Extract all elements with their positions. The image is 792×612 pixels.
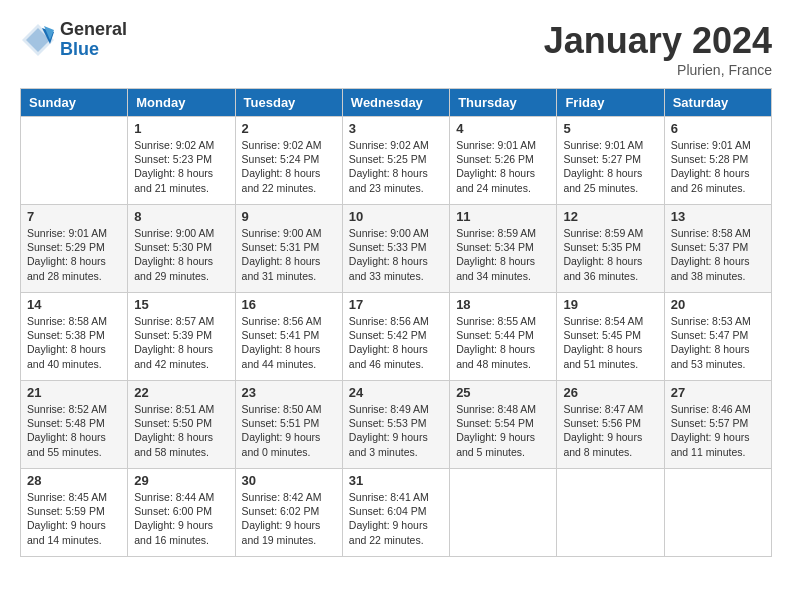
day-number: 10: [349, 209, 443, 224]
day-number: 18: [456, 297, 550, 312]
day-header: Tuesday: [235, 89, 342, 117]
calendar-cell: [557, 469, 664, 557]
day-number: 21: [27, 385, 121, 400]
calendar-cell: 22Sunrise: 8:51 AMSunset: 5:50 PMDayligh…: [128, 381, 235, 469]
day-info: Sunrise: 9:02 AMSunset: 5:23 PMDaylight:…: [134, 138, 228, 195]
day-info: Sunrise: 8:54 AMSunset: 5:45 PMDaylight:…: [563, 314, 657, 371]
day-info: Sunrise: 9:02 AMSunset: 5:25 PMDaylight:…: [349, 138, 443, 195]
day-number: 20: [671, 297, 765, 312]
calendar-cell: 5Sunrise: 9:01 AMSunset: 5:27 PMDaylight…: [557, 117, 664, 205]
day-number: 22: [134, 385, 228, 400]
day-info: Sunrise: 8:59 AMSunset: 5:35 PMDaylight:…: [563, 226, 657, 283]
day-number: 3: [349, 121, 443, 136]
calendar-week-row: 21Sunrise: 8:52 AMSunset: 5:48 PMDayligh…: [21, 381, 772, 469]
calendar-cell: 3Sunrise: 9:02 AMSunset: 5:25 PMDaylight…: [342, 117, 449, 205]
calendar-week-row: 1Sunrise: 9:02 AMSunset: 5:23 PMDaylight…: [21, 117, 772, 205]
day-header: Monday: [128, 89, 235, 117]
calendar-cell: 1Sunrise: 9:02 AMSunset: 5:23 PMDaylight…: [128, 117, 235, 205]
calendar-cell: 14Sunrise: 8:58 AMSunset: 5:38 PMDayligh…: [21, 293, 128, 381]
day-number: 12: [563, 209, 657, 224]
calendar-cell: [664, 469, 771, 557]
day-info: Sunrise: 8:45 AMSunset: 5:59 PMDaylight:…: [27, 490, 121, 547]
day-info: Sunrise: 8:52 AMSunset: 5:48 PMDaylight:…: [27, 402, 121, 459]
calendar-cell: 4Sunrise: 9:01 AMSunset: 5:26 PMDaylight…: [450, 117, 557, 205]
calendar-cell: 10Sunrise: 9:00 AMSunset: 5:33 PMDayligh…: [342, 205, 449, 293]
calendar-cell: 26Sunrise: 8:47 AMSunset: 5:56 PMDayligh…: [557, 381, 664, 469]
day-number: 28: [27, 473, 121, 488]
day-info: Sunrise: 9:01 AMSunset: 5:28 PMDaylight:…: [671, 138, 765, 195]
calendar-cell: [21, 117, 128, 205]
day-number: 4: [456, 121, 550, 136]
calendar-cell: 15Sunrise: 8:57 AMSunset: 5:39 PMDayligh…: [128, 293, 235, 381]
day-header: Thursday: [450, 89, 557, 117]
day-header: Sunday: [21, 89, 128, 117]
calendar-cell: 2Sunrise: 9:02 AMSunset: 5:24 PMDaylight…: [235, 117, 342, 205]
calendar-body: 1Sunrise: 9:02 AMSunset: 5:23 PMDaylight…: [21, 117, 772, 557]
day-number: 25: [456, 385, 550, 400]
day-info: Sunrise: 9:00 AMSunset: 5:30 PMDaylight:…: [134, 226, 228, 283]
day-info: Sunrise: 8:42 AMSunset: 6:02 PMDaylight:…: [242, 490, 336, 547]
calendar-header: SundayMondayTuesdayWednesdayThursdayFrid…: [21, 89, 772, 117]
calendar-week-row: 7Sunrise: 9:01 AMSunset: 5:29 PMDaylight…: [21, 205, 772, 293]
calendar-cell: 29Sunrise: 8:44 AMSunset: 6:00 PMDayligh…: [128, 469, 235, 557]
calendar-cell: [450, 469, 557, 557]
calendar-cell: 19Sunrise: 8:54 AMSunset: 5:45 PMDayligh…: [557, 293, 664, 381]
day-number: 16: [242, 297, 336, 312]
logo: General Blue: [20, 20, 127, 60]
day-info: Sunrise: 8:56 AMSunset: 5:41 PMDaylight:…: [242, 314, 336, 371]
calendar-cell: 6Sunrise: 9:01 AMSunset: 5:28 PMDaylight…: [664, 117, 771, 205]
day-number: 9: [242, 209, 336, 224]
calendar-cell: 11Sunrise: 8:59 AMSunset: 5:34 PMDayligh…: [450, 205, 557, 293]
day-number: 17: [349, 297, 443, 312]
day-info: Sunrise: 8:46 AMSunset: 5:57 PMDaylight:…: [671, 402, 765, 459]
calendar-cell: 9Sunrise: 9:00 AMSunset: 5:31 PMDaylight…: [235, 205, 342, 293]
day-info: Sunrise: 9:01 AMSunset: 5:27 PMDaylight:…: [563, 138, 657, 195]
day-info: Sunrise: 8:41 AMSunset: 6:04 PMDaylight:…: [349, 490, 443, 547]
logo-blue: Blue: [60, 40, 127, 60]
calendar-cell: 16Sunrise: 8:56 AMSunset: 5:41 PMDayligh…: [235, 293, 342, 381]
day-info: Sunrise: 8:58 AMSunset: 5:37 PMDaylight:…: [671, 226, 765, 283]
day-info: Sunrise: 8:50 AMSunset: 5:51 PMDaylight:…: [242, 402, 336, 459]
calendar-week-row: 28Sunrise: 8:45 AMSunset: 5:59 PMDayligh…: [21, 469, 772, 557]
calendar-cell: 7Sunrise: 9:01 AMSunset: 5:29 PMDaylight…: [21, 205, 128, 293]
day-number: 7: [27, 209, 121, 224]
calendar-cell: 28Sunrise: 8:45 AMSunset: 5:59 PMDayligh…: [21, 469, 128, 557]
day-info: Sunrise: 9:02 AMSunset: 5:24 PMDaylight:…: [242, 138, 336, 195]
day-number: 8: [134, 209, 228, 224]
day-info: Sunrise: 8:57 AMSunset: 5:39 PMDaylight:…: [134, 314, 228, 371]
day-number: 30: [242, 473, 336, 488]
calendar-cell: 18Sunrise: 8:55 AMSunset: 5:44 PMDayligh…: [450, 293, 557, 381]
day-number: 26: [563, 385, 657, 400]
day-info: Sunrise: 8:51 AMSunset: 5:50 PMDaylight:…: [134, 402, 228, 459]
calendar-cell: 31Sunrise: 8:41 AMSunset: 6:04 PMDayligh…: [342, 469, 449, 557]
day-info: Sunrise: 8:55 AMSunset: 5:44 PMDaylight:…: [456, 314, 550, 371]
days-header-row: SundayMondayTuesdayWednesdayThursdayFrid…: [21, 89, 772, 117]
calendar-cell: 25Sunrise: 8:48 AMSunset: 5:54 PMDayligh…: [450, 381, 557, 469]
day-info: Sunrise: 8:48 AMSunset: 5:54 PMDaylight:…: [456, 402, 550, 459]
day-number: 27: [671, 385, 765, 400]
day-number: 5: [563, 121, 657, 136]
day-info: Sunrise: 8:59 AMSunset: 5:34 PMDaylight:…: [456, 226, 550, 283]
day-number: 6: [671, 121, 765, 136]
day-number: 1: [134, 121, 228, 136]
title-section: January 2024 Plurien, France: [544, 20, 772, 78]
day-info: Sunrise: 8:44 AMSunset: 6:00 PMDaylight:…: [134, 490, 228, 547]
day-number: 14: [27, 297, 121, 312]
day-number: 15: [134, 297, 228, 312]
day-number: 19: [563, 297, 657, 312]
calendar-cell: 27Sunrise: 8:46 AMSunset: 5:57 PMDayligh…: [664, 381, 771, 469]
day-info: Sunrise: 9:00 AMSunset: 5:33 PMDaylight:…: [349, 226, 443, 283]
day-number: 31: [349, 473, 443, 488]
day-info: Sunrise: 8:47 AMSunset: 5:56 PMDaylight:…: [563, 402, 657, 459]
month-title: January 2024: [544, 20, 772, 62]
day-number: 13: [671, 209, 765, 224]
day-info: Sunrise: 8:53 AMSunset: 5:47 PMDaylight:…: [671, 314, 765, 371]
logo-text: General Blue: [60, 20, 127, 60]
calendar-week-row: 14Sunrise: 8:58 AMSunset: 5:38 PMDayligh…: [21, 293, 772, 381]
day-header: Saturday: [664, 89, 771, 117]
day-header: Friday: [557, 89, 664, 117]
day-header: Wednesday: [342, 89, 449, 117]
calendar-cell: 24Sunrise: 8:49 AMSunset: 5:53 PMDayligh…: [342, 381, 449, 469]
page-header: General Blue January 2024 Plurien, Franc…: [20, 20, 772, 78]
calendar-cell: 13Sunrise: 8:58 AMSunset: 5:37 PMDayligh…: [664, 205, 771, 293]
